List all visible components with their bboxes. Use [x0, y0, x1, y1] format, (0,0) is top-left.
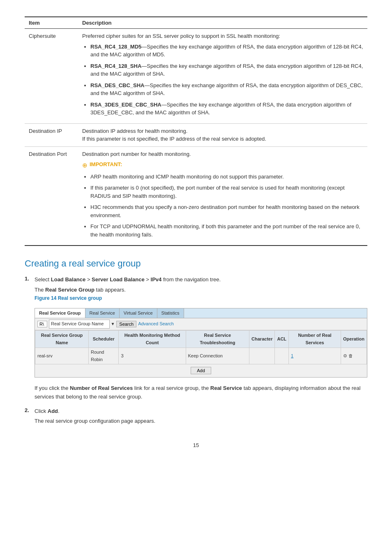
figure-tabs: Real Service Group Real Service Virtual … — [35, 308, 367, 319]
col-description: Description — [78, 17, 367, 29]
fig-col-char: Character — [249, 330, 275, 348]
tab-real-service[interactable]: Real Service — [85, 308, 120, 318]
figure-14: Real Service Group Real Service Virtual … — [35, 308, 367, 378]
table-row-dest-ip: Destination IP Destination IP address fo… — [25, 123, 367, 146]
fig-col-acl: ACL — [275, 330, 289, 348]
table-row-ciphersuite: Ciphersuite Preferred cipher suites for … — [25, 29, 367, 124]
step-1-lb: Load Balance — [51, 276, 86, 283]
figure-dropdown[interactable]: Real Service Group Name — [49, 320, 110, 329]
table-row-dest-port: Destination Port Destination port number… — [25, 146, 367, 246]
desc-ciphersuite: Preferred cipher suites for an SSL serve… — [78, 29, 367, 124]
fig-col-trouble: Real Service Troubleshooting — [186, 330, 249, 348]
ciphersuite-bullet-list: RSA_RC4_128_MD5—Specifies the key exchan… — [90, 43, 363, 117]
fig-row-health: 3 — [119, 348, 186, 364]
fig-col-scheduler: Scheduler — [89, 330, 119, 348]
fig-row-numreal[interactable]: 1 — [289, 348, 341, 364]
step-2: 2. Click Add. The real service group con… — [25, 407, 367, 426]
edit-icon[interactable]: ⚙ — [343, 353, 347, 358]
step-1-body: Select Load Balance > Server Load Balanc… — [35, 276, 367, 401]
tab-real-service-group[interactable]: Real Service Group — [35, 308, 85, 318]
desc-dest-port: Destination port number for health monit… — [78, 146, 367, 246]
bullet-rsa-des-cbc: RSA_DES_CBC_SHA—Specifies the key exchan… — [90, 81, 363, 97]
figure-caption: If you click the Number of Real Services… — [35, 384, 367, 401]
fig-row-name: real-srv — [35, 348, 89, 364]
fig-row-scheduler: Round Robin — [89, 348, 119, 364]
important-icon: ⊕ — [82, 161, 88, 170]
caption-bold: Real Service — [210, 385, 242, 391]
bullet-rsa-rc4-sha: RSA_RC4_128_SHA—Specifies the key exchan… — [90, 62, 363, 78]
figure-search-btn[interactable]: Search — [116, 321, 136, 327]
ciphersuite-intro: Preferred cipher suites for an SSL serve… — [82, 33, 280, 39]
desc-dest-ip: Destination IP address for health monito… — [78, 123, 367, 146]
fig-col-name: Real Service Group Name — [35, 330, 89, 348]
dest-ip-line1: Destination IP address for health monito… — [82, 127, 363, 135]
caption-mid: link for a real service group, the — [133, 385, 210, 391]
step-2-number: 2. — [25, 407, 35, 426]
figure-label: Figure 14 Real service group — [35, 294, 367, 302]
page-number: 15 — [25, 442, 367, 448]
step-1-slb: Server Load Balance — [92, 276, 145, 283]
delete-icon[interactable]: 🗑 — [348, 353, 353, 358]
main-content-table: Item Description Ciphersuite Preferred c… — [25, 16, 367, 246]
fig-row-trouble: Keep Connection — [186, 348, 249, 364]
item-ciphersuite: Ciphersuite — [25, 29, 78, 124]
bullet-rsa-3des: RSA_3DES_EDE_CBC_SHA—Specifies the key e… — [90, 101, 363, 117]
bullet-tcp-udp: For TCP and UDPNORMAL health monitoring,… — [90, 222, 363, 239]
rsa-rc4-md5-bold: RSA_RC4_128_MD5 — [90, 44, 141, 50]
step-2-post: . — [58, 408, 60, 414]
item-dest-port: Destination Port — [25, 146, 78, 246]
bullet-h3c-recommend: H3C recommends that you specify a non-ze… — [90, 203, 363, 219]
figure-search-input[interactable] — [37, 321, 47, 327]
col-item: Item — [25, 17, 78, 29]
step-1-sub-bold: Real Service Group — [45, 287, 95, 293]
bullet-arp-icmp: ARP health monitoring and ICMP health mo… — [90, 173, 363, 181]
figure-advanced-search-link[interactable]: Advanced Search — [138, 320, 174, 328]
step-1-gt2: > — [145, 276, 151, 283]
step-2-sub: The real service group configuration pag… — [35, 417, 367, 426]
rsa-des-cbc-bold: RSA_DES_CBC_SHA — [90, 82, 144, 88]
dest-port-bullet-list: ARP health monitoring and ICMP health mo… — [90, 173, 363, 239]
dest-port-intro: Destination port number for health monit… — [82, 150, 363, 158]
caption-link: Number of Real Services — [70, 385, 133, 391]
step-2-add: Add — [48, 408, 58, 414]
fig-row-char — [249, 348, 275, 364]
fig-row-acl — [275, 348, 289, 364]
step-1-text-post: from the navigation tree. — [161, 276, 221, 283]
step-2-pre: Click — [35, 408, 48, 414]
step-1-ipv4: IPv4 — [151, 276, 162, 283]
item-dest-ip: Destination IP — [25, 123, 78, 146]
step-1-sub-post: tab appears. — [95, 287, 126, 293]
important-box: ⊕ IMPORTANT: — [82, 160, 363, 170]
fig-col-numreal: Number of Real Services — [289, 330, 341, 348]
figure-search-row: Real Service Group Name ▼ Search Advance… — [35, 318, 367, 330]
step-1-sub: The Real Service Group tab appears. — [35, 286, 367, 294]
rsa-rc4-sha-bold: RSA_RC4_128_SHA — [90, 63, 141, 69]
figure-data-table: Real Service Group Name Scheduler Health… — [35, 330, 367, 364]
rsa-3des-bold: RSA_3DES_EDE_CBC_SHA — [90, 102, 161, 108]
bullet-rsa-rc4-md5: RSA_RC4_128_MD5—Specifies the key exchan… — [90, 43, 363, 59]
figure-add-row: Add — [35, 364, 367, 377]
tab-virtual-service[interactable]: Virtual Service — [120, 308, 157, 318]
figure-add-btn[interactable]: Add — [191, 367, 211, 374]
caption-pre: If you click the — [35, 385, 70, 391]
step-1-number: 1. — [25, 276, 35, 401]
tab-statistics[interactable]: Statistics — [157, 308, 184, 318]
section-title: Creating a real service group — [25, 258, 367, 269]
bullet-param-zero: If this parameter is 0 (not specified), … — [90, 184, 363, 200]
step-1-sub-pre: The — [35, 287, 45, 293]
fig-row-op[interactable]: ⚙ 🗑 — [341, 348, 367, 364]
fig-col-health: Health Monitoring Method Count — [119, 330, 186, 348]
step-1-gt1: > — [85, 276, 92, 283]
step-1: 1. Select Load Balance > Server Load Bal… — [25, 276, 367, 401]
fig-col-op: Operation — [341, 330, 367, 348]
table-row: real-srv Round Robin 3 Keep Connection 1… — [35, 348, 367, 364]
step-2-body: Click Add. The real service group config… — [35, 407, 367, 426]
step-1-text-pre: Select — [35, 276, 51, 283]
dest-ip-line2: If this parameter is not specified, the … — [82, 135, 363, 143]
important-label: IMPORTANT: — [90, 160, 122, 169]
